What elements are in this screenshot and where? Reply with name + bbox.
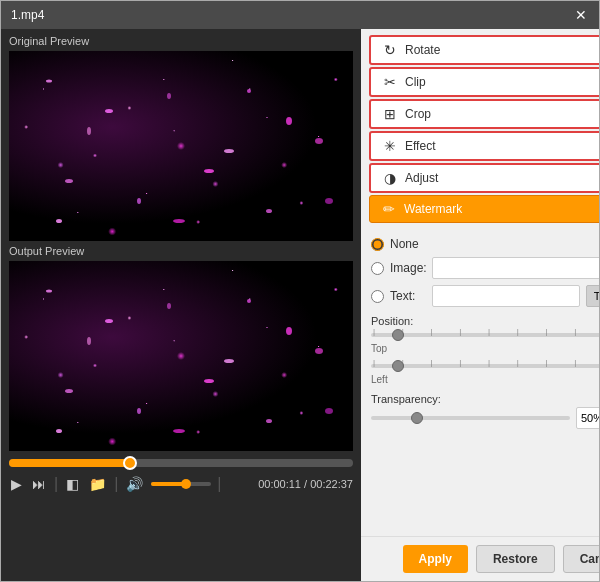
play-button[interactable]: ▶ — [9, 476, 24, 492]
image-input[interactable] — [432, 257, 599, 279]
cancel-button[interactable]: Cancel — [563, 545, 599, 573]
svg-point-25 — [87, 337, 91, 345]
time-display: 00:00:11 / 00:22:37 — [258, 478, 353, 490]
transparency-slider[interactable] — [371, 416, 570, 420]
original-preview-section: Original Preview — [9, 35, 353, 241]
main-content: Original Preview — [1, 29, 599, 581]
crop-icon: ⊞ — [381, 106, 399, 122]
right-panel: ↻ Rotate ✂ Clip ⊞ Crop ✳ Effect ◑ Adju — [361, 29, 599, 581]
svg-point-15 — [46, 290, 52, 293]
volume-thumb — [181, 479, 191, 489]
svg-point-19 — [286, 327, 292, 335]
progress-bar[interactable] — [9, 459, 353, 467]
svg-point-7 — [204, 169, 214, 173]
transparency-section: Transparency: 50% — [371, 391, 599, 429]
restore-button[interactable]: Restore — [476, 545, 555, 573]
output-video-overlay — [9, 261, 353, 451]
effect-label: Effect — [405, 139, 435, 153]
progress-thumb[interactable] — [123, 456, 137, 470]
crop-button[interactable]: ⊞ Crop — [369, 99, 599, 129]
toolbar-buttons: ↻ Rotate ✂ Clip ⊞ Crop ✳ Effect ◑ Adju — [361, 29, 599, 229]
time-separator: / — [301, 478, 310, 490]
folder-button[interactable]: 📁 — [87, 476, 108, 492]
svg-point-28 — [56, 429, 62, 433]
playback-controls: ▶ ⏭ | ◧ 📁 | 🔊 | 00:00:11 / 00:22:37 — [9, 475, 353, 493]
output-video-preview — [9, 261, 353, 451]
apply-button[interactable]: Apply — [403, 545, 468, 573]
progress-fill — [9, 459, 129, 467]
effect-icon: ✳ — [381, 138, 399, 154]
output-preview-label: Output Preview — [9, 245, 353, 257]
position-v-slider-container: | | | | | | | | | | — [371, 360, 599, 372]
main-window: 1.mp4 ✕ Original Preview — [0, 0, 600, 582]
position-v-slider[interactable]: | | | | | | | | | | — [371, 364, 599, 368]
volume-slider[interactable] — [151, 482, 211, 486]
svg-point-12 — [247, 89, 251, 93]
rotate-icon: ↻ — [381, 42, 399, 58]
left-label: Left — [371, 374, 388, 385]
adjust-icon: ◑ — [381, 170, 399, 186]
svg-point-20 — [65, 389, 73, 393]
image-radio-row: Image: 📁 — [371, 257, 599, 279]
progress-bar-section — [9, 455, 353, 471]
position-h-thumb[interactable] — [392, 329, 404, 341]
text-label[interactable]: Text: — [390, 289, 426, 303]
crop-label: Crop — [405, 107, 431, 121]
transparency-row: 50% — [371, 407, 599, 429]
position-section: Position: | | | | | | | — [371, 313, 599, 385]
svg-point-22 — [204, 379, 214, 383]
watermark-button[interactable]: ✏ Watermark — [369, 195, 599, 223]
effect-button[interactable]: ✳ Effect — [369, 131, 599, 161]
fast-forward-button[interactable]: ⏭ — [30, 476, 48, 492]
text-input[interactable] — [432, 285, 580, 307]
svg-point-23 — [266, 419, 272, 423]
left-section: Original Preview — [1, 29, 361, 581]
output-preview-section: Output Preview — [9, 245, 353, 451]
position-h-slider[interactable]: | | | | | | | | | | — [371, 333, 599, 337]
adjust-button[interactable]: ◑ Adjust — [369, 163, 599, 193]
volume-fill — [151, 482, 184, 486]
close-button[interactable]: ✕ — [573, 7, 589, 23]
adjust-label: Adjust — [405, 171, 438, 185]
svg-point-8 — [266, 209, 272, 213]
svg-point-27 — [247, 299, 251, 303]
text-radio[interactable] — [371, 290, 384, 303]
position-label: Position: — [371, 315, 599, 327]
position-h-slider-container: | | | | | | | | | | — [371, 329, 599, 341]
window-title: 1.mp4 — [11, 8, 44, 22]
svg-point-17 — [167, 303, 171, 309]
volume-button[interactable]: 🔊 — [124, 476, 145, 492]
svg-point-14 — [325, 198, 333, 204]
svg-point-6 — [137, 198, 141, 204]
title-bar: 1.mp4 ✕ — [1, 1, 599, 29]
time-total: 00:22:37 — [310, 478, 353, 490]
none-radio[interactable] — [371, 238, 384, 251]
watermark-panel: None Image: 📁 Text: T ▦ — [361, 229, 599, 536]
separator-1: | — [54, 475, 58, 493]
none-label[interactable]: None — [390, 237, 419, 251]
none-radio-row: None — [371, 237, 599, 251]
text-style-button[interactable]: T — [586, 285, 599, 307]
frame-back-button[interactable]: ◧ — [64, 476, 81, 492]
svg-point-1 — [105, 109, 113, 113]
svg-point-21 — [137, 408, 141, 414]
watermark-icon: ✏ — [380, 201, 398, 217]
transparency-select[interactable]: 50% — [576, 407, 599, 429]
rotate-button[interactable]: ↻ Rotate — [369, 35, 599, 65]
rotate-label: Rotate — [405, 43, 440, 57]
watermark-label: Watermark — [404, 202, 462, 216]
clip-button[interactable]: ✂ Clip — [369, 67, 599, 97]
svg-point-11 — [173, 219, 185, 223]
image-label[interactable]: Image: — [390, 261, 426, 275]
separator-3: | — [217, 475, 221, 493]
original-video-overlay — [9, 51, 353, 241]
position-v-thumb[interactable] — [392, 360, 404, 372]
svg-point-3 — [224, 149, 234, 153]
transparency-thumb[interactable] — [411, 412, 423, 424]
position-h-labels: Top Bottom — [371, 343, 599, 354]
separator-2: | — [114, 475, 118, 493]
clip-icon: ✂ — [381, 74, 399, 90]
transparency-slider-container — [371, 412, 570, 424]
image-radio[interactable] — [371, 262, 384, 275]
svg-point-13 — [56, 219, 62, 223]
